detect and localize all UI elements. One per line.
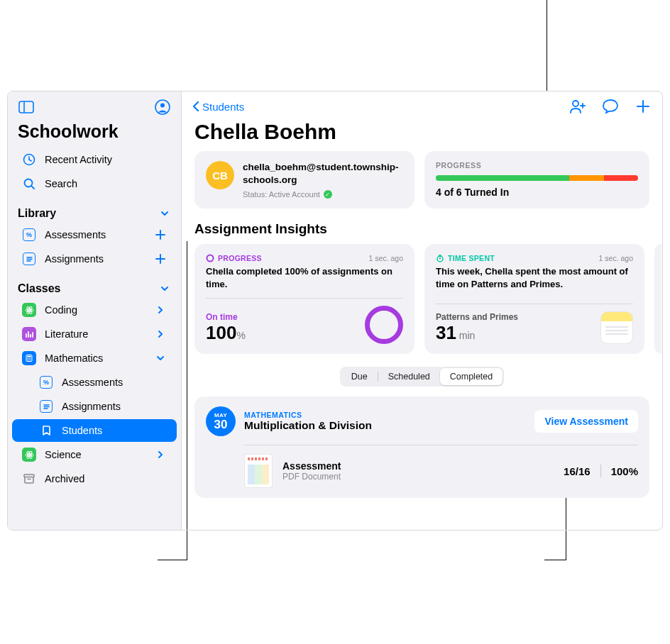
segment-scheduled[interactable]: Scheduled bbox=[378, 368, 440, 385]
date-badge: MAY 30 bbox=[206, 406, 236, 436]
segmented-control[interactable]: DueScheduledCompleted bbox=[340, 367, 504, 387]
chevron-left-icon bbox=[192, 101, 200, 112]
top-bar: Students bbox=[182, 91, 662, 117]
back-label: Students bbox=[202, 101, 244, 113]
sidebar-recent-activity[interactable]: Recent Activity bbox=[12, 148, 177, 171]
progress-segment bbox=[604, 175, 638, 181]
sidebar-item-label: Assessments bbox=[62, 377, 167, 388]
class-icon bbox=[22, 351, 36, 365]
assignments-icon bbox=[22, 252, 36, 266]
chevron-right-icon bbox=[154, 304, 167, 316]
assignment-item-type: PDF Document bbox=[282, 472, 554, 482]
sidebar-class-science[interactable]: Science bbox=[12, 443, 177, 466]
page-title: Chella Boehm bbox=[182, 117, 662, 151]
insight-message: This week, Chella spent the most amount … bbox=[436, 265, 633, 290]
insight-metric-label: On time bbox=[206, 312, 246, 322]
message-icon[interactable] bbox=[601, 97, 620, 116]
assignment-item-name: Assessment bbox=[282, 460, 554, 472]
view-assessment-button[interactable]: View Assessment bbox=[534, 410, 638, 433]
add-person-icon[interactable] bbox=[569, 97, 587, 116]
svg-point-14 bbox=[28, 358, 29, 359]
sidebar-math-assignments[interactable]: Assignments bbox=[12, 395, 177, 418]
insight-card-peek[interactable] bbox=[654, 244, 661, 354]
insight-metric-value: 100 bbox=[206, 322, 236, 343]
svg-point-25 bbox=[573, 101, 578, 106]
assignment-score-group: 16/16 100% bbox=[564, 465, 638, 477]
sidebar-item-label: Archived bbox=[45, 473, 167, 484]
completion-ring-icon bbox=[365, 306, 403, 344]
sidebar-class-mathematics[interactable]: Mathematics bbox=[12, 347, 177, 370]
svg-rect-12 bbox=[27, 356, 31, 357]
sidebar-math-students[interactable]: Students bbox=[12, 419, 177, 442]
sidebar-item-label: Assessments bbox=[45, 229, 145, 240]
sidebar: Schoolwork Recent Activity Search Librar… bbox=[8, 91, 182, 530]
segment-completed[interactable]: Completed bbox=[440, 368, 502, 385]
sidebar-item-label: Recent Activity bbox=[45, 154, 167, 165]
sidebar-item-label: Mathematics bbox=[45, 352, 145, 364]
section-title: Library bbox=[18, 207, 56, 220]
main-pane: Students Chella Boehm CB chella_boehm@st… bbox=[182, 91, 662, 530]
plus-icon[interactable] bbox=[154, 252, 167, 265]
students-icon bbox=[39, 423, 53, 438]
insight-tag: PROGRESS bbox=[218, 254, 262, 262]
plus-icon[interactable] bbox=[154, 228, 167, 241]
sidebar-class-literature[interactable]: Literature bbox=[12, 323, 177, 345]
insight-card-progress[interactable]: PROGRESS 1 sec. ago Chella completed 100… bbox=[194, 244, 414, 354]
sidebar-header bbox=[8, 91, 181, 117]
assessments-icon: % bbox=[39, 375, 53, 389]
sidebar-search[interactable]: Search bbox=[12, 172, 177, 195]
add-icon[interactable] bbox=[634, 97, 652, 116]
assignment-item[interactable]: Assessment PDF Document 16/16 100% bbox=[206, 454, 638, 488]
sidebar-toggle-icon[interactable] bbox=[18, 99, 35, 116]
svg-point-7 bbox=[28, 309, 31, 311]
chevron-down-icon bbox=[154, 352, 167, 365]
account-icon[interactable] bbox=[154, 99, 171, 116]
sidebar-item-label: Literature bbox=[45, 328, 145, 340]
svg-point-15 bbox=[30, 358, 31, 359]
class-icon bbox=[22, 303, 36, 317]
sidebar-library-assessments[interactable]: % Assessments bbox=[12, 223, 177, 246]
sidebar-section-library[interactable]: Library bbox=[8, 201, 181, 223]
sidebar-library-assignments[interactable]: Assignments bbox=[12, 248, 177, 270]
sidebar-item-label: Assignments bbox=[62, 401, 167, 412]
clock-icon bbox=[22, 152, 36, 167]
back-button[interactable]: Students bbox=[192, 101, 244, 113]
insight-metric-unit: % bbox=[236, 330, 245, 341]
notes-app-icon bbox=[600, 311, 633, 344]
timer-icon bbox=[436, 254, 444, 262]
sidebar-section-classes[interactable]: Classes bbox=[8, 277, 181, 298]
chevron-down-icon bbox=[158, 282, 171, 295]
svg-rect-0 bbox=[19, 101, 33, 113]
progress-bar bbox=[436, 175, 638, 181]
sidebar-item-label: Science bbox=[45, 449, 145, 460]
chevron-down-icon bbox=[158, 207, 171, 220]
insights-heading: Assignment Insights bbox=[194, 221, 649, 237]
content-area: CB chella_boehm@student.township-schools… bbox=[182, 151, 662, 498]
sidebar-archived[interactable]: Archived bbox=[12, 467, 177, 490]
student-info-card: CB chella_boehm@student.township-schools… bbox=[194, 151, 414, 209]
status-check-icon: ✓ bbox=[324, 190, 332, 199]
sidebar-item-label: Search bbox=[45, 178, 167, 189]
insight-card-time-spent[interactable]: TIME SPENT 1 sec. ago This week, Chella … bbox=[424, 244, 644, 354]
insight-message: Chella completed 100% of assignments on … bbox=[206, 265, 403, 290]
student-email: chella_boehm@student.township-schools.or… bbox=[243, 161, 403, 186]
progress-label: PROGRESS bbox=[436, 161, 638, 170]
chevron-right-icon bbox=[154, 328, 167, 340]
progress-ring-icon bbox=[206, 254, 214, 262]
segment-due[interactable]: Due bbox=[341, 368, 378, 385]
progress-text: 4 of 6 Turned In bbox=[436, 187, 638, 198]
svg-rect-23 bbox=[24, 474, 34, 477]
svg-point-3 bbox=[160, 104, 165, 108]
account-status: Status: Active Account ✓ bbox=[243, 190, 403, 199]
insight-timestamp: 1 sec. ago bbox=[599, 254, 633, 262]
progress-segment bbox=[436, 175, 569, 181]
insight-tag: TIME SPENT bbox=[448, 254, 495, 262]
sidebar-math-assessments[interactable]: % Assessments bbox=[12, 371, 177, 394]
svg-point-17 bbox=[28, 360, 29, 360]
svg-point-13 bbox=[27, 358, 28, 359]
assignments-icon bbox=[39, 399, 53, 413]
archive-icon bbox=[22, 472, 36, 486]
sidebar-class-coding[interactable]: Coding bbox=[12, 299, 177, 321]
progress-card: PROGRESS 4 of 6 Turned In bbox=[424, 151, 649, 209]
insight-timestamp: 1 sec. ago bbox=[369, 254, 403, 262]
